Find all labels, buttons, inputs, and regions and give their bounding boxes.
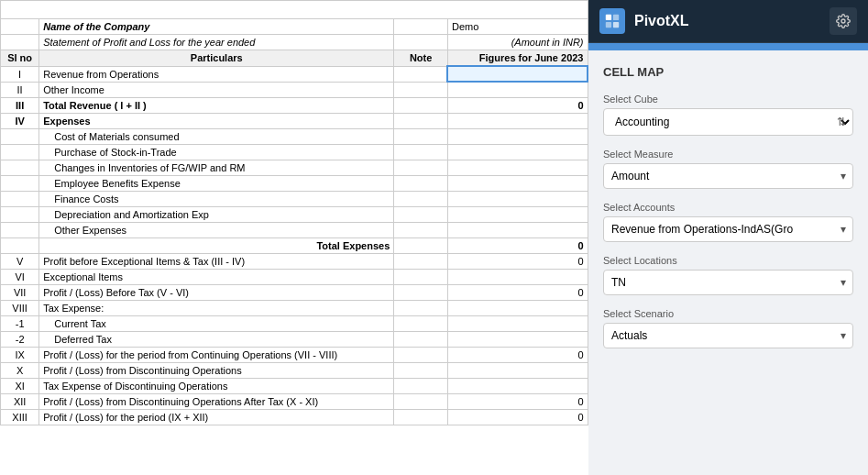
svg-rect-1: [613, 15, 619, 20]
row-num: IV: [1, 113, 39, 128]
row-particular: Profit before Exceptional Items & Tax (I…: [39, 253, 394, 269]
row-figures: [447, 160, 588, 175]
table-row: Employee Benefits Expense: [1, 175, 588, 191]
select-scenario-group: Select Scenario Actuals: [603, 308, 853, 348]
col-header-particulars: Particulars: [39, 50, 394, 67]
select-measure-wrapper: Amount: [603, 163, 853, 189]
row-figures: 0: [447, 409, 588, 425]
table-row: Finance Costs: [1, 191, 588, 206]
row-figures: [447, 128, 588, 144]
table-row: Other Expenses: [1, 222, 588, 238]
row-note: [394, 284, 448, 300]
row-note: [394, 191, 448, 206]
row-figures: 0: [447, 253, 588, 269]
table-row: Cost of Materials consumed: [1, 128, 588, 144]
row-particular: Profit / (Loss) from Discontinuing Opera…: [39, 362, 394, 378]
select-scenario-dropdown[interactable]: Actuals: [603, 323, 853, 348]
spreadsheet-area: Name of the Company Demo Statement of Pr…: [0, 0, 588, 475]
table-row: -1Current Tax: [1, 315, 588, 331]
row-note: [394, 347, 448, 362]
panel-header: PivotXL: [588, 0, 868, 43]
statement-name-row: Statement of Profit and Loss for the yea…: [1, 35, 588, 50]
row-particular: Tax Expense of Discontinuing Operations: [39, 378, 394, 393]
row-num: I: [1, 66, 39, 82]
row-figures: [447, 113, 588, 128]
row-num: XIII: [1, 409, 39, 425]
company-value: Demo: [447, 19, 588, 35]
row-note: [394, 378, 448, 393]
row-particular: Total Expenses: [39, 238, 394, 253]
col-header-figures: Figures for June 2023: [447, 50, 588, 67]
row-note: [394, 300, 448, 315]
right-panel: PivotXL CELL MAP Select Cube Accounting …: [588, 0, 868, 475]
row-particular: Profit / (Loss) Before Tax (V - VI): [39, 284, 394, 300]
row-num: III: [1, 97, 39, 113]
row-figures: [447, 300, 588, 315]
row-figures: 0: [447, 97, 588, 113]
table-row: VIIProfit / (Loss) Before Tax (V - VI)0: [1, 284, 588, 300]
amount-label: (Amount in INR): [447, 35, 588, 50]
gear-button[interactable]: [830, 7, 857, 35]
row-note: [394, 128, 448, 144]
row-figures: 0: [447, 347, 588, 362]
profit-loss-table: Name of the Company Demo Statement of Pr…: [0, 0, 588, 425]
cell-map-title: CELL MAP: [603, 65, 853, 79]
row-particular: Employee Benefits Expense: [39, 175, 394, 191]
row-note: [394, 269, 448, 284]
row-figures: [447, 315, 588, 331]
row-figures: [447, 82, 588, 97]
panel-logo-icon: [599, 8, 625, 34]
row-note: [394, 362, 448, 378]
row-note: [394, 82, 448, 97]
select-measure-label: Select Measure: [603, 149, 853, 160]
select-accounts-dropdown[interactable]: Revenue from Operations-IndAS(Gro: [603, 216, 853, 242]
row-num: XI: [1, 378, 39, 393]
row-num: [1, 222, 39, 238]
select-cube-dropdown[interactable]: Accounting: [603, 108, 853, 136]
select-cube-label: Select Cube: [603, 94, 853, 105]
row-figures: [447, 206, 588, 222]
row-figures[interactable]: [447, 66, 588, 82]
row-particular: Finance Costs: [39, 191, 394, 206]
svg-rect-0: [606, 15, 611, 20]
row-note: [394, 66, 448, 82]
row-num: X: [1, 362, 39, 378]
row-particular: Other Expenses: [39, 222, 394, 238]
table-row: IIITotal Revenue ( I + II )0: [1, 97, 588, 113]
table-row: VIExceptional Items: [1, 269, 588, 284]
row-particular: Deferred Tax: [39, 331, 394, 347]
select-cube-wrapper: Accounting: [603, 108, 853, 136]
row-note: [394, 97, 448, 113]
row-particular: Cost of Materials consumed: [39, 128, 394, 144]
row-note: [394, 175, 448, 191]
row-figures: [447, 378, 588, 393]
row-num: IX: [1, 347, 39, 362]
row-num: VI: [1, 269, 39, 284]
table-row: IIOther Income: [1, 82, 588, 97]
top-accent-bar: [588, 43, 868, 50]
select-measure-dropdown[interactable]: Amount: [603, 163, 853, 189]
row-num: [1, 206, 39, 222]
row-note: [394, 253, 448, 269]
row-num: V: [1, 253, 39, 269]
panel-body: CELL MAP Select Cube Accounting Select M…: [588, 50, 868, 475]
table-row: XITax Expense of Discontinuing Operation…: [1, 378, 588, 393]
row-figures: [447, 175, 588, 191]
svg-point-4: [841, 19, 845, 23]
col-header-note: Note: [394, 50, 448, 67]
row-figures: [447, 222, 588, 238]
row-figures: [447, 331, 588, 347]
svg-rect-3: [613, 22, 619, 28]
row-num: [1, 144, 39, 160]
row-figures: [447, 144, 588, 160]
row-particular: Current Tax: [39, 315, 394, 331]
table-row: Purchase of Stock-in-Trade: [1, 144, 588, 160]
row-figures: 0: [447, 284, 588, 300]
select-locations-dropdown[interactable]: TN: [603, 270, 853, 295]
statement-name-label: Statement of Profit and Loss for the yea…: [39, 35, 394, 50]
row-particular: Total Revenue ( I + II ): [39, 97, 394, 113]
select-cube-group: Select Cube Accounting: [603, 94, 853, 136]
row-figures: [447, 269, 588, 284]
row-num: [1, 175, 39, 191]
company-name-label: Name of the Company: [39, 19, 394, 35]
